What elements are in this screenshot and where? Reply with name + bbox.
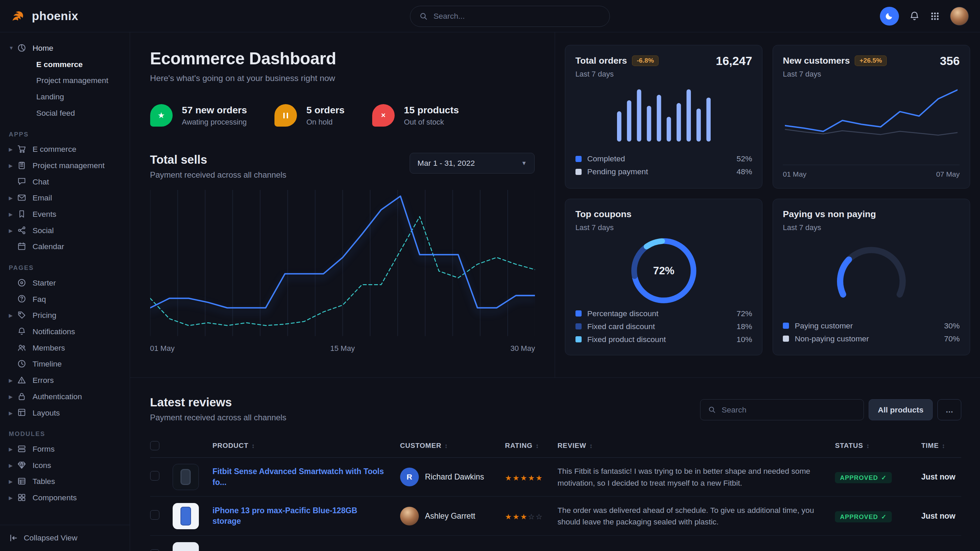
legend-swatch bbox=[576, 310, 582, 316]
stat-caption: Awating processing bbox=[182, 118, 247, 127]
column-header-review[interactable]: REVIEW↕ bbox=[557, 442, 835, 449]
sidebar-item-project-management[interactable]: ▶Project management bbox=[0, 157, 130, 173]
reviews-search-input[interactable]: Search bbox=[700, 399, 864, 420]
sidebar: ▼HomeE commerceProject managementLanding… bbox=[0, 32, 130, 551]
date-range-select[interactable]: Mar 1 - 31, 2022 ▼ bbox=[410, 153, 535, 173]
product-thumbnail[interactable] bbox=[173, 542, 199, 551]
sidebar-item-notifications[interactable]: Notifications bbox=[0, 324, 130, 340]
new-customers-line-chart bbox=[785, 83, 958, 156]
total-orders-bar-chart bbox=[617, 84, 711, 141]
card-period: Last 7 days bbox=[576, 223, 752, 232]
sidebar-item-starter[interactable]: Starter bbox=[0, 275, 130, 291]
sidebar-item-home[interactable]: ▼Home bbox=[0, 40, 130, 56]
sidebar-item-layouts[interactable]: ▶Layouts bbox=[0, 405, 130, 421]
moon-icon bbox=[885, 11, 894, 21]
stat-caption: Out of stock bbox=[404, 118, 459, 127]
sidebar-item-landing[interactable]: Landing bbox=[0, 89, 130, 105]
sidebar-item-label: Tables bbox=[32, 477, 55, 486]
card-period: Last 7 days bbox=[576, 70, 752, 79]
sidebar-item-events[interactable]: ▶Events bbox=[0, 206, 130, 222]
column-header-product[interactable]: PRODUCT↕ bbox=[213, 442, 400, 449]
column-header-time[interactable]: TIME↕ bbox=[921, 442, 961, 449]
row-select-cell bbox=[150, 549, 173, 551]
rating-stars: ★★★☆☆ bbox=[505, 510, 557, 522]
legend-item-fixed-product-discount: Fixed product discount10% bbox=[576, 333, 752, 346]
question-icon bbox=[17, 294, 27, 304]
sidebar-item-email[interactable]: ▶Email bbox=[0, 190, 130, 206]
date-range-value: Mar 1 - 31, 2022 bbox=[417, 159, 475, 168]
product-thumbnail[interactable] bbox=[173, 503, 199, 529]
sidebar-item-forms[interactable]: ▶Forms bbox=[0, 441, 130, 457]
sidebar-item-tables[interactable]: ▶Tables bbox=[0, 473, 130, 490]
legend-item-non-paying-customer: Non-paying customer70% bbox=[783, 332, 959, 345]
collapsed-view-button[interactable]: Collapsed View bbox=[0, 525, 130, 551]
product-thumbnail[interactable] bbox=[173, 464, 199, 490]
legend-value: 10% bbox=[737, 335, 752, 344]
puzzle-icon bbox=[17, 493, 27, 503]
sidebar-item-calendar[interactable]: Calendar bbox=[0, 238, 130, 255]
select-all-checkbox[interactable] bbox=[150, 441, 160, 451]
column-header-customer[interactable]: CUSTOMER↕ bbox=[400, 442, 505, 449]
sidebar-item-components[interactable]: ▶Components bbox=[0, 490, 130, 506]
sidebar-item-faq[interactable]: Faq bbox=[0, 291, 130, 307]
legend-value: 52% bbox=[737, 154, 752, 164]
column-header-rating[interactable]: RATING↕ bbox=[505, 442, 557, 449]
bell-icon bbox=[17, 327, 27, 337]
sidebar-item-pricing[interactable]: ▶Pricing bbox=[0, 307, 130, 324]
brand[interactable]: phoenix bbox=[10, 8, 78, 24]
card-period: Last 7 days bbox=[783, 223, 959, 232]
apps-grid-icon[interactable] bbox=[930, 11, 940, 21]
row-checkbox[interactable] bbox=[150, 510, 160, 520]
star-filled-icon: ★ bbox=[520, 474, 528, 482]
global-search-input[interactable]: Search... bbox=[410, 6, 610, 27]
theme-toggle-button[interactable] bbox=[880, 7, 899, 25]
x-axis-label: 07 May bbox=[936, 170, 959, 178]
product-link[interactable]: iPhone 13 pro max-Pacific Blue-128GB sto… bbox=[213, 505, 400, 527]
stat-value: 15 products bbox=[404, 105, 459, 116]
star-empty-icon: ☆ bbox=[528, 513, 536, 521]
customer-avatar[interactable]: R bbox=[400, 468, 419, 486]
sort-icon: ↕ bbox=[942, 442, 945, 449]
legend-swatch bbox=[576, 323, 582, 329]
customer-avatar[interactable] bbox=[400, 507, 419, 526]
sidebar-item-chat[interactable]: Chat bbox=[0, 173, 130, 190]
stat-value: 57 new orders bbox=[182, 105, 247, 116]
sidebar-item-social-feed[interactable]: Social feed bbox=[0, 105, 130, 121]
check-icon: ✓ bbox=[881, 474, 887, 481]
sidebar-item-project-management[interactable]: Project management bbox=[0, 73, 130, 89]
calendar-icon bbox=[17, 241, 27, 251]
sidebar-item-authentication[interactable]: ▶Authentication bbox=[0, 389, 130, 405]
review-table-row: Fitbit Sense Advanced Smartwatch with To… bbox=[150, 458, 961, 497]
legend-label: Fixed card discount bbox=[587, 322, 655, 331]
sidebar-item-label: Errors bbox=[32, 376, 54, 385]
product-link[interactable]: Fitbit Sense Advanced Smartwatch with To… bbox=[213, 466, 400, 487]
legend-value: 18% bbox=[737, 322, 752, 331]
notifications-bell-icon[interactable] bbox=[909, 11, 920, 22]
sidebar-item-members[interactable]: Members bbox=[0, 340, 130, 356]
sidebar-item-e-commerce[interactable]: ▶E commerce bbox=[0, 141, 130, 157]
sidebar-item-e-commerce[interactable]: E commerce bbox=[0, 56, 130, 73]
status-badge: APPROVED✓ bbox=[835, 472, 892, 483]
all-products-button[interactable]: All products bbox=[869, 399, 932, 420]
total-orders-value: 16,247 bbox=[716, 54, 752, 68]
sidebar-section-pages: PAGES bbox=[0, 264, 130, 272]
stats-row: ★ 57 new ordersAwating processing 5 orde… bbox=[150, 104, 535, 127]
more-options-button[interactable]: … bbox=[937, 399, 961, 420]
star-filled-icon: ★ bbox=[536, 474, 544, 482]
sidebar-item-errors[interactable]: ▶Errors bbox=[0, 372, 130, 389]
column-header-status[interactable]: STATUS↕ bbox=[835, 442, 921, 449]
top-coupons-legend: Percentage discount72%Fixed card discoun… bbox=[576, 307, 752, 346]
sidebar-item-icons[interactable]: ▶Icons bbox=[0, 457, 130, 473]
caret-right-icon: ▶ bbox=[9, 228, 17, 233]
legend-swatch bbox=[576, 169, 582, 175]
caret-right-icon: ▶ bbox=[9, 146, 17, 152]
sidebar-item-timeline[interactable]: Timeline bbox=[0, 356, 130, 372]
legend-label: Percentage discount bbox=[587, 309, 658, 318]
sidebar-item-social[interactable]: ▶Social bbox=[0, 222, 130, 238]
total-sells-subtitle: Payment received across all channels bbox=[150, 170, 287, 180]
row-checkbox[interactable] bbox=[150, 549, 160, 551]
sidebar-item-label: Project management bbox=[32, 161, 105, 170]
row-checkbox[interactable] bbox=[150, 471, 160, 481]
star-filled-icon: ★ bbox=[520, 513, 528, 521]
user-avatar[interactable] bbox=[950, 7, 969, 25]
